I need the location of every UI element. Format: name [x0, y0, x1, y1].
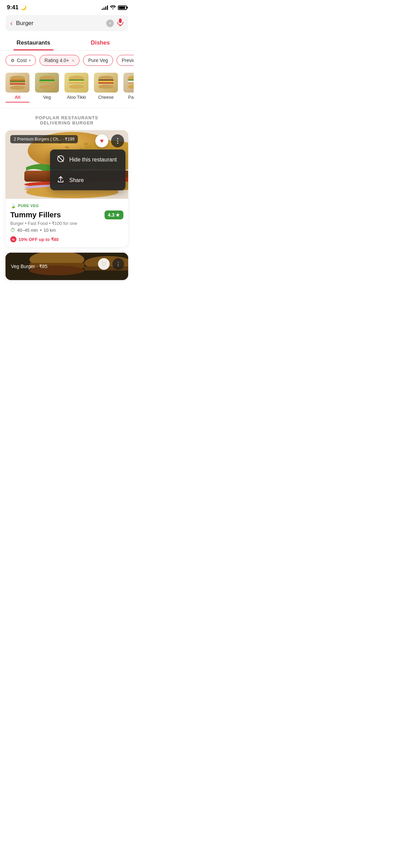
svg-rect-12: [39, 82, 54, 83]
back-button[interactable]: ‹: [10, 19, 13, 27]
moon-icon: 🌙: [21, 5, 26, 10]
section-header: POPULAR RESTAURANTS DELIVERING BURGER: [0, 108, 134, 130]
promo-badge: 2 Premium Burgers ( Ch... · ₹199: [10, 135, 78, 143]
filter-row: ⚙ Cost ▾ Rating 4.0+ × Pure Veg Previous…: [0, 51, 134, 70]
share-option[interactable]: Share: [50, 170, 125, 190]
svg-line-48: [58, 156, 63, 161]
category-aloo-tikki[interactable]: Aloo Tikki: [64, 73, 88, 103]
svg-rect-17: [69, 82, 84, 83]
category-paneer[interactable]: Paneer: [123, 73, 134, 103]
filter-previously[interactable]: Previously O...: [117, 55, 134, 66]
svg-rect-27: [128, 82, 134, 84]
star-icon: ★: [116, 212, 120, 218]
rating-badge: 4.3 ★: [105, 210, 123, 219]
filter-pure-veg[interactable]: Pure Veg: [83, 55, 113, 66]
svg-text:%: %: [12, 238, 15, 241]
remove-rating-icon[interactable]: ×: [72, 58, 75, 63]
svg-rect-10: [39, 80, 54, 81]
more-options-button[interactable]: ⋮: [111, 134, 124, 147]
category-cheese-label: Cheese: [98, 95, 114, 100]
ellipsis-vertical-icon: ⋮: [114, 137, 121, 145]
svg-point-28: [128, 85, 134, 89]
svg-point-13: [39, 85, 54, 89]
filter-rating[interactable]: Rating 4.0+ ×: [39, 55, 80, 66]
eye-slash-icon: [57, 155, 64, 164]
category-veg-label: Veg: [43, 95, 51, 100]
filter-cost[interactable]: ⚙ Cost ▾: [5, 55, 36, 66]
svg-rect-4: [10, 80, 25, 81]
tab-dishes[interactable]: Dishes: [67, 35, 134, 50]
category-paneer-image: [123, 73, 134, 93]
svg-rect-16: [69, 81, 84, 82]
tabs: Restaurants Dishes: [0, 35, 134, 51]
signal-bars-icon: [102, 5, 108, 10]
clear-icon: ×: [109, 21, 111, 26]
svg-rect-11: [39, 81, 54, 82]
svg-rect-20: [98, 80, 113, 81]
status-bar: 9:41 🌙: [0, 0, 134, 14]
restaurant-name: Tummy Fillers: [10, 210, 61, 219]
timer-icon: ⏱: [10, 227, 15, 233]
card-actions: ♥ ⋮: [95, 134, 124, 147]
svg-point-18: [69, 85, 84, 89]
sliders-icon: ⚙: [11, 58, 15, 63]
search-input[interactable]: [16, 20, 103, 27]
svg-rect-15: [69, 80, 84, 81]
tab-restaurants[interactable]: Restaurants: [0, 35, 67, 50]
category-cheese-image: [94, 73, 118, 93]
restaurant-card-image: 2 Premium Burgers ( Ch... · ₹199 ♥ ⋮ Hid…: [5, 130, 128, 199]
svg-point-8: [10, 86, 25, 90]
heart-filled-icon: ♥: [100, 137, 104, 145]
status-time: 9:41: [7, 4, 19, 11]
ellipsis-vertical-icon-2: ⋮: [116, 261, 121, 267]
discount-icon: %: [10, 236, 16, 242]
battery-icon: [118, 5, 127, 10]
restaurant-meta: Burger • Fast Food • ₹100 for one: [10, 221, 123, 226]
restaurant-card-tummy-fillers: 2 Premium Burgers ( Ch... · ₹199 ♥ ⋮ Hid…: [5, 130, 128, 247]
pure-veg-badge: 🍃 PURE VEG: [10, 203, 123, 208]
card-name-row: Tummy Fillers 4.3 ★: [10, 210, 123, 219]
search-bar: ‹ ×: [5, 15, 128, 31]
svg-rect-7: [10, 83, 25, 85]
category-scroll: All Veg Aloo Tikki Cheese Paneer: [0, 70, 134, 108]
delivery-info: ⏱ 40–45 min • 10 km: [10, 227, 123, 233]
restaurant-2-favorite[interactable]: ♡: [98, 258, 110, 270]
restaurant-offer: % 10% OFF up to ₹40: [10, 236, 123, 242]
restaurant-card-2[interactable]: Veg Burger · ₹85 ♡ ⋮: [5, 253, 128, 280]
svg-rect-6: [10, 82, 25, 83]
leaf-icon: 🍃: [10, 203, 16, 208]
restaurant-2-more[interactable]: ⋮: [112, 258, 124, 270]
svg-rect-22: [98, 82, 113, 84]
svg-rect-25: [128, 80, 134, 81]
svg-rect-21: [98, 81, 113, 82]
chevron-down-icon: ▾: [29, 58, 31, 63]
category-paneer-label: Paneer: [128, 95, 134, 100]
category-veg-image: [35, 73, 59, 93]
favorite-button[interactable]: ♥: [95, 134, 108, 147]
clear-button[interactable]: ×: [106, 20, 114, 27]
category-all-label: All: [15, 95, 21, 100]
restaurant-card-body: 🍃 PURE VEG Tummy Fillers 4.3 ★ Burger • …: [5, 199, 128, 247]
category-aloo-tikki-label: Aloo Tikki: [67, 95, 86, 100]
svg-point-23: [98, 85, 113, 89]
category-all-image: [5, 73, 29, 93]
svg-rect-5: [10, 81, 25, 82]
dropdown-menu: Hide this restaurant Share: [50, 149, 125, 190]
share-icon: [57, 176, 64, 185]
category-veg[interactable]: Veg: [35, 73, 59, 103]
svg-rect-26: [128, 81, 134, 82]
restaurant-2-promo: Veg Burger · ₹85: [11, 264, 47, 269]
category-aloo-tikki-image: [64, 73, 88, 93]
restaurant-card-2-image: Veg Burger · ₹85 ♡ ⋮: [5, 253, 128, 280]
category-selected-indicator: [5, 102, 29, 103]
category-all[interactable]: All: [5, 73, 29, 103]
heart-outline-icon: ♡: [101, 261, 106, 267]
wifi-icon: [110, 5, 116, 10]
restaurant-2-actions: ♡ ⋮: [98, 258, 124, 270]
hide-restaurant-option[interactable]: Hide this restaurant: [50, 149, 125, 170]
mic-button[interactable]: [117, 19, 123, 28]
svg-rect-0: [119, 19, 122, 23]
status-icons: [102, 5, 127, 10]
category-cheese[interactable]: Cheese: [94, 73, 118, 103]
